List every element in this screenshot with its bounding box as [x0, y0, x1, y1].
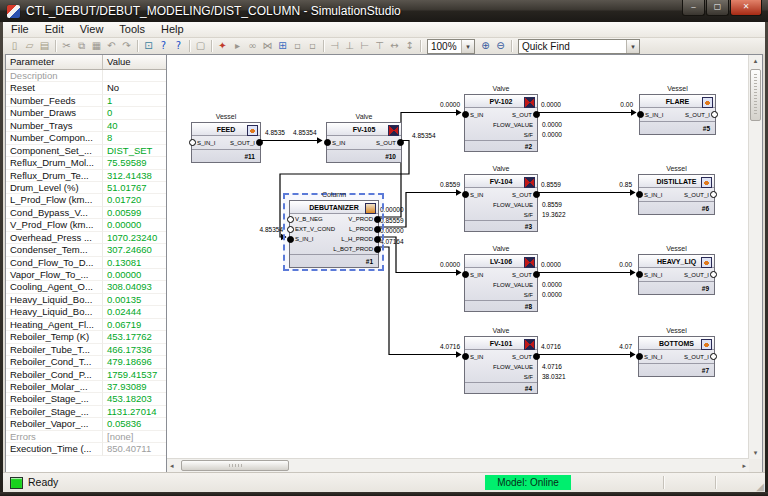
parameter-row[interactable]: Execution_Time (...850.40711 — [6, 443, 166, 455]
close-button[interactable]: ✕ — [730, 0, 762, 16]
column-header-value[interactable]: Value — [103, 55, 166, 69]
parameter-value[interactable]: 1131.27014 — [103, 406, 166, 418]
distribute-v-icon[interactable]: ↕ — [402, 39, 417, 53]
parameter-value[interactable]: DIST_SET — [103, 145, 166, 157]
block-flare[interactable]: VesselFLARES_IN_IS_OUT_I#5 — [639, 94, 716, 135]
parameter-value[interactable]: 312.41438 — [103, 170, 166, 182]
parameter-row[interactable]: Reflux_Drum_Te...312.41438 — [6, 170, 166, 182]
parameter-value[interactable]: 0.05836 — [103, 418, 166, 430]
align-top-icon[interactable]: ⊤ — [372, 39, 387, 53]
quick-find-combo[interactable]: Quick Find▾ — [518, 39, 640, 54]
tools-icon[interactable]: ✦ — [215, 39, 230, 53]
zoom-out-icon[interactable]: ⊖ — [493, 39, 508, 53]
parameter-row[interactable]: Heating_Agent_Fl...0.06719 — [6, 319, 166, 331]
column-header-parameter[interactable]: Parameter — [6, 55, 103, 69]
parameter-value[interactable]: 0.02444 — [103, 306, 166, 318]
layout-icon[interactable]: ▫ — [305, 39, 320, 53]
parameter-row[interactable]: Vapor_Flow_To_...0.00000 — [6, 269, 166, 281]
port-s_in_i[interactable] — [636, 191, 643, 198]
parameter-value[interactable]: 453.18203 — [103, 393, 166, 405]
menu-item-view[interactable]: View — [72, 22, 112, 37]
parameter-row[interactable]: ResetNo — [6, 82, 166, 94]
parameter-row[interactable]: Reboiler_Stage_...453.18203 — [6, 393, 166, 405]
resize-grip-icon[interactable]: ◢ — [756, 481, 764, 492]
save-icon[interactable]: ▤ — [37, 39, 52, 53]
parameter-row[interactable]: Number_Draws0 — [6, 107, 166, 119]
parameter-value[interactable]: 850.40711 — [103, 443, 166, 455]
parameter-row[interactable]: Reboiler_Vapor_...0.05836 — [6, 418, 166, 430]
grid-icon[interactable]: ⊞ — [275, 39, 290, 53]
parameter-value[interactable]: 0.00135 — [103, 294, 166, 306]
parameter-value[interactable]: 479.18696 — [103, 356, 166, 368]
parameter-value[interactable]: 0.00000 — [103, 269, 166, 281]
parameter-row[interactable]: L_Prod_Flow (km...0.01720 — [6, 194, 166, 206]
parameter-value[interactable]: 0.01720 — [103, 194, 166, 206]
port-s_in_i[interactable] — [189, 139, 196, 146]
zoom-level-combo[interactable]: 100%▾ — [427, 39, 475, 54]
block-fv-105[interactable]: ValveFV-105S_INS_OUT#10 — [326, 122, 402, 163]
parameter-value[interactable]: 0.13081 — [103, 257, 166, 269]
parameter-value[interactable]: [none] — [103, 431, 166, 443]
cut-icon[interactable]: ✂ — [59, 39, 74, 53]
port-l_prod[interactable] — [374, 226, 381, 233]
block-feed[interactable]: VesselFEEDS_IN_IS_OUT_I#11 — [191, 122, 261, 163]
port-s_out_i[interactable] — [710, 271, 717, 278]
block-pv-102[interactable]: ValvePV-102S_INS_OUT0.00000.0000FLOW_VAL… — [464, 94, 538, 152]
parameter-row[interactable]: Condenser_Tem...307.24660 — [6, 244, 166, 256]
copy-icon[interactable]: ⧉ — [74, 39, 89, 53]
parameter-row[interactable]: Reboiler_Cond_P...1759.41537 — [6, 369, 166, 381]
port-s_out_i[interactable] — [256, 139, 263, 146]
distribute-h-icon[interactable]: ↔ — [387, 39, 402, 53]
help-icon[interactable]: ? — [156, 39, 171, 53]
chevron-down-icon[interactable]: ▾ — [626, 40, 639, 53]
parameter-row[interactable]: Reboiler_Stage_...1131.27014 — [6, 406, 166, 418]
port-s_in_i[interactable] — [636, 353, 643, 360]
menu-item-help[interactable]: Help — [153, 22, 192, 37]
port-s_in[interactable] — [462, 271, 469, 278]
vertical-scrollbar[interactable]: ▴ ▾ — [748, 55, 762, 459]
parameter-value[interactable]: 0.00000 — [103, 219, 166, 231]
parameter-value[interactable]: 8 — [103, 132, 166, 144]
block-lv-106[interactable]: ValveLV-106S_INS_OUT0.00000.0000FLOW_VAL… — [464, 254, 538, 312]
menu-item-file[interactable]: File — [3, 22, 37, 37]
parameter-row[interactable]: Description — [6, 70, 166, 82]
parameter-value[interactable]: 307.24660 — [103, 244, 166, 256]
parameter-value[interactable]: 51.01767 — [103, 182, 166, 194]
port-s_in_i[interactable] — [637, 111, 644, 118]
parameter-value[interactable]: 0 — [103, 107, 166, 119]
parameter-row[interactable]: Reboiler_Molar_...37.93089 — [6, 381, 166, 393]
port-s_out[interactable] — [533, 191, 540, 198]
new-icon[interactable]: ▯ — [7, 39, 22, 53]
parameter-row[interactable]: Reboiler_Temp (K)453.17762 — [6, 331, 166, 343]
link-icon[interactable]: ∞ — [245, 39, 260, 53]
block-heavy_liq[interactable]: VesselHEAVY_LIQS_IN_IS_OUT_I#9 — [638, 254, 715, 295]
port-s_in_i[interactable] — [287, 236, 294, 243]
run-icon[interactable]: ▸ — [230, 39, 245, 53]
parameter-value[interactable]: 466.17336 — [103, 344, 166, 356]
maximize-button[interactable]: ▢ — [706, 0, 729, 16]
port-s_in[interactable] — [462, 191, 469, 198]
block-bottoms[interactable]: VesselBOTTOMSS_IN_IS_OUT_I#7 — [638, 336, 715, 377]
redo-icon[interactable]: ↷ — [119, 39, 134, 53]
parameter-value[interactable]: 75.59589 — [103, 157, 166, 169]
parameter-table-header[interactable]: Parameter Value — [6, 55, 166, 70]
connect-nodes-icon[interactable]: ⋈ — [260, 39, 275, 53]
layers-icon[interactable]: ▫ — [290, 39, 305, 53]
port-s_in[interactable] — [462, 111, 469, 118]
port-s_out[interactable] — [397, 139, 404, 146]
block-distillate[interactable]: VesselDISTILLATES_IN_IS_OUT_I#6 — [638, 174, 715, 215]
parameter-value[interactable]: 1070.23240 — [103, 232, 166, 244]
scroll-left-icon[interactable]: ◂ — [170, 462, 174, 470]
block-fv-104[interactable]: ValveFV-104S_INS_OUT0.855919.3622FLOW_VA… — [464, 174, 538, 232]
horizontal-scroll-thumb[interactable] — [181, 460, 289, 471]
port-l_bot_prod[interactable] — [374, 246, 381, 253]
parameter-value[interactable]: 0.00599 — [103, 207, 166, 219]
parameter-row[interactable]: Number_Compon...8 — [6, 132, 166, 144]
horizontal-scrollbar[interactable]: ◂ ▸ — [167, 458, 749, 472]
parameter-row[interactable]: Errors[none] — [6, 431, 166, 443]
port-v_prod[interactable] — [374, 216, 381, 223]
scroll-down-icon[interactable]: ▾ — [749, 449, 762, 457]
diagram-canvas[interactable]: 4.85354.853544.853544.853540.000000.0000… — [167, 55, 749, 459]
parameter-row[interactable]: Cond_Flow_To_D...0.13081 — [6, 257, 166, 269]
parameter-row[interactable]: Drum_Level (%)51.01767 — [6, 182, 166, 194]
